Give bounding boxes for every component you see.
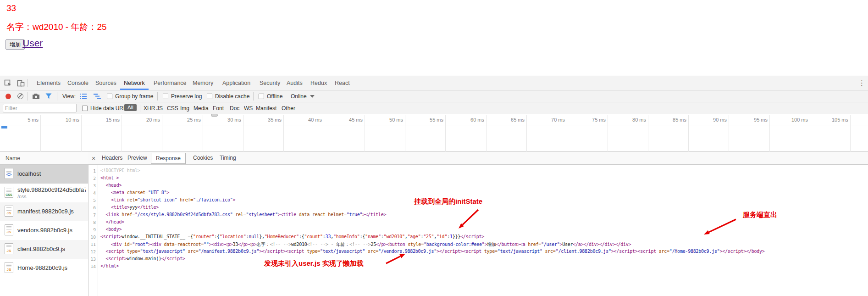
filter-type-manifest[interactable]: Manifest: [256, 105, 276, 112]
add-button[interactable]: 增加: [6, 39, 25, 50]
large-rows-view-icon[interactable]: [80, 94, 87, 99]
network-filter-bar: Hide data URLs All XHRJSCSSImgMediaFontD…: [0, 102, 868, 114]
filter-type-font[interactable]: Font: [213, 105, 224, 112]
filter-type-doc[interactable]: Doc: [230, 105, 239, 112]
filter-input[interactable]: [3, 104, 77, 112]
code-line-5: <link rel="shortcut icon" href="./favico…: [100, 197, 235, 202]
divider: [253, 92, 254, 101]
name-column-header[interactable]: Name: [0, 152, 88, 165]
line-number: 11: [88, 242, 96, 247]
detail-tab-cookies[interactable]: Cookies: [193, 152, 213, 164]
code-line-3: <head>: [100, 183, 122, 188]
device-toolbar-icon[interactable]: [17, 79, 25, 87]
gridline: [608, 115, 608, 152]
tab-audits[interactable]: Audits: [283, 76, 306, 90]
detail-tab-timing[interactable]: Timing: [220, 152, 236, 164]
annotation-text-1: 挂载到全局的initState: [414, 197, 482, 206]
file-icon-glyph: JS: [5, 268, 13, 272]
code-line-9: <body>: [100, 227, 122, 232]
request-row-manifest-9882b0c9-js[interactable]: JSmanifest.9882b0c9.js: [0, 202, 88, 221]
tab-application[interactable]: Application: [219, 76, 254, 90]
line-number: 3: [88, 183, 96, 188]
request-row-localhost[interactable]: <>localhost: [0, 165, 88, 184]
filter-type-media[interactable]: Media: [194, 105, 209, 112]
user-link[interactable]: User: [22, 38, 43, 49]
request-row-style-9882b0c9f24d5dbfa7-[interactable]: CSSstyle.9882b0c9f24d5dbfa7.../css: [0, 184, 88, 202]
detail-tab-preview[interactable]: Preview: [127, 152, 147, 164]
gridline: [122, 115, 122, 152]
request-name: client.9882b0c9.js: [17, 246, 65, 252]
tab-memory[interactable]: Memory: [189, 76, 217, 90]
gridline: [810, 115, 810, 152]
preserve-log-checkbox[interactable]: [163, 94, 168, 99]
tab-performance[interactable]: Performance: [150, 76, 190, 90]
devtools-panel: ElementsConsoleSourcesNetworkPerformance…: [0, 76, 868, 296]
clear-icon[interactable]: [17, 93, 23, 99]
record-icon[interactable]: [6, 94, 11, 99]
waterfall-view-icon[interactable]: [94, 94, 101, 99]
request-row-home-9882b0c9-js[interactable]: JSHome-9882b0c9.js: [0, 259, 88, 278]
gridline: [324, 115, 324, 152]
disable-cache-checkbox[interactable]: [207, 94, 212, 99]
annotation-text-2: 服务端直出: [743, 211, 777, 219]
js-file-icon: JS: [5, 224, 13, 235]
devtools-tabbar: ElementsConsoleSourcesNetworkPerformance…: [0, 76, 868, 90]
filter-type-ws[interactable]: WS: [244, 105, 253, 112]
disable-cache-label: Disable cache: [215, 93, 249, 100]
count-text: 33: [6, 3, 16, 13]
request-row-vendors-9882b0c9-js[interactable]: JSvendors.9882b0c9.js: [0, 221, 88, 240]
line-number: 4: [88, 190, 96, 195]
gridline: [162, 115, 162, 152]
request-row-client-9882b0c9-js[interactable]: JSclient.9882b0c9.js: [0, 240, 88, 259]
file-icon-glyph: JS: [5, 211, 13, 215]
hide-data-urls-checkbox[interactable]: [82, 106, 88, 111]
chevron-down-icon[interactable]: [310, 95, 315, 98]
gridline: [243, 115, 243, 152]
tab-console[interactable]: Console: [64, 76, 92, 90]
gridline: [40, 115, 41, 152]
filter-funnel-icon[interactable]: [45, 93, 52, 99]
request-name: Home-9882b0c9.js: [17, 264, 67, 271]
kebab-menu-icon[interactable]: ⋮: [858, 79, 865, 87]
detail-tab-response[interactable]: Response: [151, 153, 186, 164]
line-number: 7: [88, 212, 96, 218]
code-line-13: <script>window.main()</script>: [100, 256, 185, 261]
ruler-label-15-ms: 15 ms: [88, 117, 120, 123]
preserve-log-label: Preserve log: [171, 93, 202, 100]
line-number: 5: [88, 198, 96, 203]
offline-checkbox[interactable]: [259, 94, 264, 99]
tab-security[interactable]: Security: [256, 76, 284, 90]
overview-drag-handle[interactable]: [211, 114, 218, 117]
detail-tab-headers[interactable]: Headers: [102, 152, 122, 164]
ruler-label-100-ms: 100 ms: [776, 117, 808, 123]
gridline: [567, 115, 567, 152]
tab-react[interactable]: React: [331, 76, 354, 90]
throttling-select[interactable]: Online: [291, 93, 307, 100]
code-line-4: <meta charset="UTF-8">: [100, 190, 169, 195]
filter-type-img[interactable]: Img: [180, 105, 189, 112]
tab-redux[interactable]: Redux: [307, 76, 331, 90]
file-icon-lines: [6, 264, 11, 268]
tab-elements[interactable]: Elements: [33, 76, 64, 90]
browser-page: 33 名字：wd2010 - 年龄：25 增加 User: [0, 0, 868, 76]
tab-sources[interactable]: Sources: [92, 76, 120, 90]
line-number: 1: [88, 168, 96, 173]
screenshot-camera-icon[interactable]: [32, 93, 40, 100]
filter-type-other[interactable]: Other: [282, 105, 295, 112]
ruler-label-60-ms: 60 ms: [452, 117, 484, 123]
filter-type-xhr[interactable]: XHR: [144, 105, 155, 112]
tab-network[interactable]: Network: [120, 76, 149, 90]
group-by-frame-checkbox[interactable]: [107, 94, 112, 99]
filter-type-all[interactable]: All: [124, 104, 137, 111]
gridline: [850, 115, 851, 152]
inspect-cursor-icon[interactable]: [4, 79, 12, 87]
code-line-10: <script>window.__INITIAL_STATE__ ={"rout…: [100, 234, 484, 239]
file-icon-glyph: CSS: [5, 193, 13, 196]
filter-type-css[interactable]: CSS: [167, 105, 178, 112]
view-label: View:: [62, 93, 76, 100]
close-icon[interactable]: ×: [92, 152, 95, 165]
request-name: vendors.9882b0c9.js: [17, 227, 72, 234]
line-number: 2: [88, 176, 96, 181]
ruler-label-35-ms: 35 ms: [249, 117, 282, 123]
filter-type-js[interactable]: JS: [156, 105, 163, 112]
